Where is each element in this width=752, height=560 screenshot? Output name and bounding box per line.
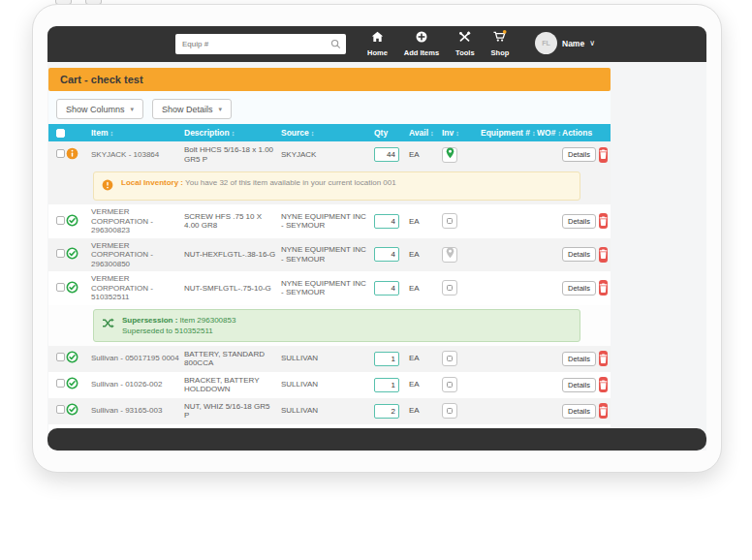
row-checkbox[interactable] [56,249,65,258]
avatar: FL [535,32,557,54]
nav-add-items[interactable]: Add Items [404,29,439,57]
select-all-checkbox[interactable] [56,129,65,138]
delete-button[interactable] [599,403,608,419]
qty-input[interactable] [374,281,399,296]
item-cell: VERMEER CORPORATION - 296300850 [91,241,184,269]
nav-home[interactable]: Home [367,29,388,57]
qty-input[interactable] [374,404,399,419]
row-checkbox[interactable] [56,149,65,158]
caret-down-icon: ▾ [219,106,223,113]
qty-input[interactable] [374,247,399,262]
sort-icon: ↕ [311,130,315,137]
source-cell: SKYJACK [281,150,374,160]
alert-icon [102,177,113,195]
col-avail[interactable]: Avail↕ [409,128,442,138]
details-button[interactable]: Details [562,214,596,229]
qty-input[interactable] [374,352,399,366]
inventory-button[interactable] [442,213,457,229]
table-row: Sullivan - 01026-002BRACKET, BATTERY HOL… [48,372,611,398]
info-icon[interactable] [66,153,78,162]
inventory-button[interactable] [442,280,457,296]
sort-icon: ↕ [532,130,536,137]
check-circle-icon [66,409,78,418]
app-screen: Home Add Items Tools [47,26,706,451]
app-body: Cart - check test Show Columns ▾ Show De… [47,62,706,451]
item-cell: VERMEER CORPORATION - 296300823 [91,207,184,235]
unit-cell: EA [409,150,442,160]
inventory-box-icon [447,408,453,414]
source-cell: NYNE EQUIPMENT INC - SEYMOUR [281,212,374,231]
qty-input[interactable] [374,378,399,392]
map-pin-icon [446,147,454,162]
delete-button[interactable] [599,377,608,392]
table-row: SKYJACK - 103864Bolt HHCS 5/16-18 x 1.00… [48,141,611,168]
inventory-button[interactable] [442,147,457,163]
nav-shop[interactable]: Shop [491,29,510,57]
source-cell: NYNE EQUIPMENT INC - SEYMOUR [281,279,374,297]
supersession-note: Supersession : Item 296300853Superseded … [93,309,580,342]
check-circle-icon [66,357,78,365]
col-inv[interactable]: Inv↕ [442,128,481,138]
inventory-button[interactable] [442,403,457,419]
row-checkbox[interactable] [56,216,65,225]
source-cell: SULLIVAN [281,380,374,389]
tablet-frame: Home Add Items Tools [32,4,722,473]
user-menu[interactable]: FL Name ∨ [535,32,595,54]
col-item[interactable]: Item↕ [91,128,184,138]
qty-input[interactable] [374,214,399,229]
col-wo[interactable]: WO#↕ [537,128,562,138]
source-cell: SULLIVAN [281,406,374,416]
unit-cell: EA [409,284,442,294]
source-cell: SULLIVAN [281,354,374,363]
row-checkbox[interactable] [56,353,65,361]
table-body: SKYJACK - 103864Bolt HHCS 5/16-18 x 1.00… [48,141,611,451]
show-columns-button[interactable]: Show Columns ▾ [56,99,143,119]
delete-button[interactable] [599,247,608,263]
trash-icon [599,404,608,419]
row-checkbox[interactable] [56,379,65,388]
row-checkbox[interactable] [56,283,65,292]
local-inventory-warning: Local Inventory : You have 32 of this it… [93,171,580,201]
col-description[interactable]: Description↕ [184,128,281,138]
qty-input[interactable] [374,147,399,162]
nav-items: Home Add Items Tools [367,29,509,57]
top-navbar: Home Add Items Tools [47,26,706,62]
details-button[interactable]: Details [562,352,596,366]
check-circle-icon [66,253,78,262]
inventory-box-icon [447,382,453,388]
description-cell: BATTERY, STANDARD 800CCA [184,350,281,368]
note-band: Supersession : Item 296300853Superseded … [48,305,611,346]
description-cell: NUT, WHIZ 5/16-18 GR5 P [184,402,281,420]
table-toolbar: Show Columns ▾ Show Details ▾ [48,91,611,124]
description-cell: BRACKET, BATTERY HOLDDOWN [184,376,281,394]
row-checkbox[interactable] [56,405,65,414]
equip-search-input[interactable] [180,39,330,49]
table-row: VERMEER CORPORATION - 510352511NUT-SMFLG… [48,271,611,305]
delete-button[interactable] [599,351,608,366]
details-button[interactable]: Details [562,147,596,162]
delete-button[interactable] [599,280,608,296]
col-source[interactable]: Source↕ [281,128,374,138]
note-band: Local Inventory : You have 32 of this it… [48,168,611,204]
details-button[interactable]: Details [562,404,596,419]
inventory-button[interactable] [442,377,457,392]
unit-cell: EA [409,406,442,416]
details-button[interactable]: Details [562,247,596,262]
details-button[interactable]: Details [562,281,596,296]
sort-icon: ↕ [430,130,434,137]
show-details-button[interactable]: Show Details ▾ [152,99,232,119]
delete-button[interactable] [599,213,608,229]
trash-icon [599,214,608,229]
check-circle-icon [66,383,78,391]
inventory-button[interactable] [442,351,457,366]
bottom-bar [47,428,706,451]
table-row: VERMEER CORPORATION - 296300823SCREW HFS… [48,204,611,238]
unit-cell: EA [409,354,442,363]
nav-tools[interactable]: Tools [455,29,474,57]
inventory-button[interactable] [442,247,457,263]
details-button[interactable]: Details [562,378,596,392]
col-equipment[interactable]: Equipment #↕ [481,128,537,138]
delete-button[interactable] [599,147,608,163]
sort-icon: ↕ [110,130,113,137]
trash-icon [599,378,608,392]
